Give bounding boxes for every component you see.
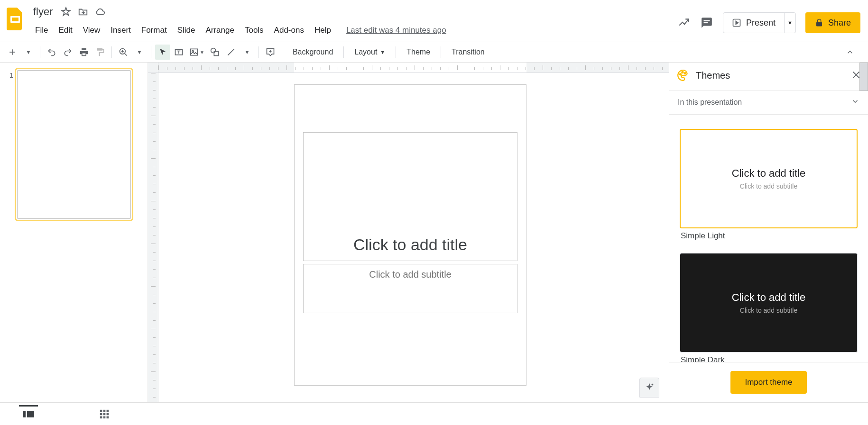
- slide-thumbnail[interactable]: [17, 70, 131, 219]
- menu-tools[interactable]: Tools: [240, 23, 268, 38]
- collapse-toolbar-button[interactable]: [842, 45, 858, 60]
- svg-rect-3: [703, 22, 708, 23]
- themes-list[interactable]: Click to add title Click to add subtitle…: [669, 115, 868, 362]
- theme-preview-subtitle: Click to add subtitle: [740, 307, 797, 314]
- menu-edit[interactable]: Edit: [54, 23, 77, 38]
- menu-arrange[interactable]: Arrange: [201, 23, 239, 38]
- svg-rect-17: [27, 411, 34, 417]
- svg-point-13: [680, 73, 681, 75]
- menu-slide[interactable]: Slide: [173, 23, 200, 38]
- svg-rect-21: [100, 413, 102, 415]
- filmstrip-view-button[interactable]: [19, 405, 38, 421]
- svg-rect-20: [107, 409, 109, 412]
- palette-icon: [677, 69, 689, 81]
- svg-point-15: [684, 72, 686, 74]
- line-dropdown[interactable]: ▼: [240, 45, 255, 60]
- themes-scrollbar-thumb[interactable]: [859, 63, 868, 91]
- separator: [282, 46, 282, 58]
- import-theme-button[interactable]: Import theme: [730, 371, 806, 394]
- theme-label: Simple Light: [680, 231, 858, 241]
- theme-preview-title: Click to add title: [732, 167, 805, 180]
- ruler-vertical: [148, 73, 158, 402]
- main-area: 1 Click to add title Click to add subtit…: [0, 63, 868, 402]
- layout-button[interactable]: Layout▼: [348, 48, 392, 56]
- chevron-down-icon: [851, 97, 859, 108]
- svg-rect-24: [100, 416, 102, 418]
- zoom-button[interactable]: [116, 45, 131, 60]
- line-button[interactable]: [223, 45, 239, 60]
- share-button[interactable]: Share: [805, 12, 860, 33]
- svg-rect-19: [103, 409, 106, 412]
- svg-rect-1: [12, 18, 18, 21]
- svg-rect-18: [100, 409, 102, 412]
- theme-label: Simple Dark: [680, 355, 858, 362]
- theme-button[interactable]: Theme: [400, 48, 437, 56]
- paint-format-button[interactable]: [92, 45, 108, 60]
- undo-button[interactable]: [44, 45, 59, 60]
- theme-preview-subtitle: Click to add subtitle: [740, 182, 797, 190]
- separator: [396, 46, 396, 58]
- separator: [40, 46, 40, 58]
- explore-button[interactable]: [639, 378, 659, 398]
- activity-icon[interactable]: [677, 16, 691, 29]
- svg-rect-23: [107, 413, 109, 415]
- select-tool-button[interactable]: [155, 45, 170, 60]
- new-slide-dropdown[interactable]: ▼: [21, 45, 36, 60]
- menu-addons[interactable]: Add-ons: [269, 23, 309, 38]
- zoom-dropdown[interactable]: ▼: [132, 45, 147, 60]
- canvas-area[interactable]: Click to add title Click to add subtitle: [148, 63, 669, 402]
- move-icon[interactable]: [78, 7, 88, 17]
- last-edit-link[interactable]: Last edit was 4 minutes ago: [346, 26, 446, 35]
- document-title[interactable]: flyer: [30, 5, 56, 19]
- background-button[interactable]: Background: [286, 48, 340, 56]
- themes-footer: Import theme: [669, 362, 868, 402]
- menu-file[interactable]: File: [30, 23, 53, 38]
- menu-format[interactable]: Format: [137, 23, 172, 38]
- cloud-status-icon[interactable]: [95, 7, 105, 17]
- theme-preview-title: Click to add title: [732, 291, 805, 304]
- svg-rect-16: [23, 411, 26, 417]
- svg-rect-5: [83, 54, 86, 55]
- present-button[interactable]: Present ▼: [723, 12, 796, 33]
- theme-card-simple-dark[interactable]: Click to add title Click to add subtitle: [680, 253, 858, 353]
- toolbar: ▼ ▼ ▼ ▼ Background Layout▼ Theme Transit…: [0, 42, 868, 63]
- image-button[interactable]: ▼: [187, 45, 206, 60]
- separator: [111, 46, 112, 58]
- svg-rect-8: [191, 49, 198, 55]
- slide-thumb-1[interactable]: 1: [5, 70, 143, 219]
- themes-section-header[interactable]: In this presentation: [669, 90, 868, 115]
- title-icons: [61, 7, 105, 17]
- svg-rect-26: [107, 416, 109, 418]
- title-placeholder-text: Click to add title: [353, 235, 467, 254]
- theme-card-simple-light[interactable]: Click to add title Click to add subtitle: [680, 129, 858, 228]
- header-actions: Present ▼ Share: [677, 4, 860, 33]
- title-row: flyer: [30, 4, 677, 20]
- star-icon[interactable]: [61, 7, 71, 17]
- svg-point-12: [652, 384, 654, 386]
- subtitle-placeholder[interactable]: Click to add subtitle: [303, 264, 517, 313]
- slide-canvas[interactable]: Click to add title Click to add subtitle: [294, 84, 526, 386]
- header-main: flyer File Edit View Insert Format Slide…: [30, 4, 677, 39]
- slides-logo[interactable]: [5, 4, 26, 31]
- menu-insert[interactable]: Insert: [106, 23, 136, 38]
- present-main[interactable]: Present: [723, 18, 784, 28]
- import-theme-label: Import theme: [745, 378, 792, 387]
- new-slide-button[interactable]: [5, 45, 20, 60]
- themes-panel: Themes In this presentation Click to add…: [669, 63, 868, 402]
- textbox-button[interactable]: [171, 45, 186, 60]
- comments-icon[interactable]: [700, 16, 713, 29]
- shape-button[interactable]: [207, 45, 222, 60]
- grid-view-button[interactable]: [95, 406, 114, 422]
- comment-button[interactable]: [263, 45, 278, 60]
- transition-button[interactable]: Transition: [445, 48, 491, 56]
- present-dropdown[interactable]: ▼: [784, 13, 795, 33]
- menu-help[interactable]: Help: [310, 23, 336, 38]
- title-placeholder[interactable]: Click to add title: [303, 132, 517, 261]
- menu-view[interactable]: View: [78, 23, 105, 38]
- svg-point-10: [211, 48, 216, 53]
- redo-button[interactable]: [60, 45, 75, 60]
- separator: [151, 46, 151, 58]
- separator: [343, 46, 344, 58]
- print-button[interactable]: [76, 45, 92, 60]
- slide-number: 1: [5, 70, 13, 219]
